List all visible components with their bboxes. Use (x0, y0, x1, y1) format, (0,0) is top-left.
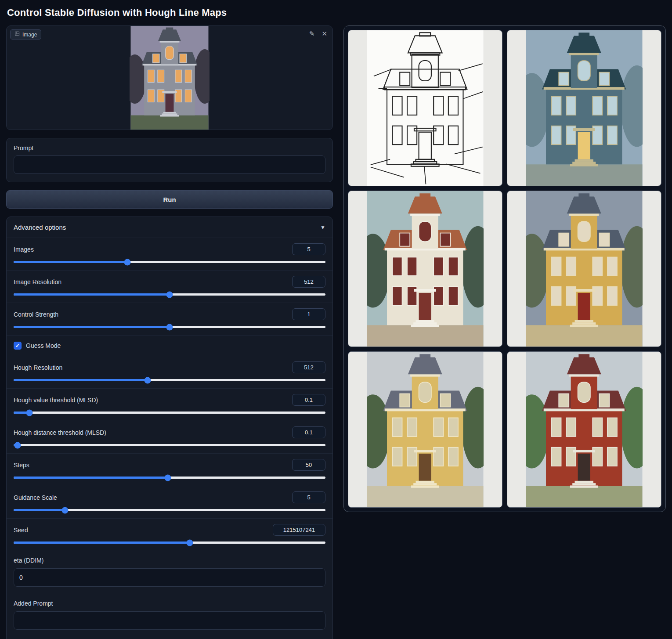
slider-track-hough-value-threshold-mlsd[interactable] (14, 412, 325, 414)
slider-track-image-resolution[interactable] (14, 293, 325, 296)
gallery-item-result-red-house[interactable] (507, 351, 661, 508)
slider-row-seed: Seed (7, 518, 332, 551)
slider-label-steps: Steps (14, 462, 29, 469)
prompt-panel: Prompt (6, 138, 333, 182)
textbox-label-added-prompt: Added Prompt (14, 600, 53, 607)
slider-value-image-resolution[interactable] (292, 276, 325, 288)
slider-value-hough-value-threshold-mlsd[interactable] (292, 394, 325, 406)
slider-handle-guidance-scale[interactable] (62, 507, 69, 513)
slider-label-seed: Seed (14, 527, 28, 534)
slider-handle-hough-distance-threshold-mlsd[interactable] (14, 442, 21, 448)
gallery-item-result-mustard-house[interactable] (507, 191, 661, 347)
slider-row-guidance-scale: Guidance Scale (7, 486, 332, 518)
slider-row-image-resolution: Image Resolution (7, 270, 332, 303)
gallery-item-result-white-house[interactable] (348, 191, 502, 347)
slider-value-hough-resolution[interactable] (292, 361, 325, 373)
slider-handle-control-strength[interactable] (166, 324, 173, 330)
slider-track-seed[interactable] (14, 542, 325, 544)
slider-label-hough-resolution: Hough Resolution (14, 364, 62, 371)
advanced-options-title: Advanced options (14, 224, 66, 231)
page: Control Stable Diffusion with Hough Line… (0, 0, 672, 639)
slider-row-steps: Steps (7, 453, 332, 486)
slider-label-guidance-scale: Guidance Scale (14, 494, 57, 501)
guess-mode-checkbox[interactable]: ✓ (14, 342, 22, 350)
slider-label-image-resolution: Image Resolution (14, 278, 61, 285)
edit-image-button[interactable]: ✎ (308, 29, 316, 38)
slider-track-hough-distance-threshold-mlsd[interactable] (14, 444, 325, 446)
slider-handle-images[interactable] (124, 259, 131, 265)
slider-value-guidance-scale[interactable] (292, 491, 325, 503)
slider-track-images[interactable] (14, 261, 325, 263)
accordion-arrow-icon: ▼ (320, 224, 325, 231)
gallery-item-hough-line-map[interactable] (348, 30, 502, 186)
checkbox-label-guess-mode: Guess Mode (26, 342, 61, 349)
slider-fill-hough-resolution (14, 379, 148, 381)
advanced-rows: Images Image Resolution Control Strength (7, 238, 332, 639)
advanced-options-panel: Advanced options ▼ Images Image Resoluti… (6, 217, 333, 639)
checkbox-row-guess-mode[interactable]: ✓ Guess Mode (7, 335, 332, 356)
slider-fill-guidance-scale (14, 509, 65, 511)
slider-row-hough-distance-threshold-mlsd: Hough distance threshold (MLSD) (7, 421, 332, 453)
slider-row-hough-value-threshold-mlsd: Hough value threshold (MLSD) (7, 388, 332, 421)
clear-image-button[interactable]: ✕ (321, 29, 328, 38)
slider-row-control-strength: Control Strength (7, 303, 332, 335)
slider-value-images[interactable] (292, 243, 325, 255)
prompt-input[interactable] (14, 155, 325, 174)
slider-value-control-strength[interactable] (292, 308, 325, 320)
slider-row-hough-resolution: Hough Resolution (7, 356, 332, 388)
slider-handle-steps[interactable] (165, 474, 171, 481)
image-icon (14, 31, 20, 38)
textbox-row-eta-ddim: eta (DDIM) (7, 551, 332, 594)
slider-row-images: Images (7, 238, 332, 270)
slider-fill-control-strength (14, 326, 170, 328)
slider-track-control-strength[interactable] (14, 326, 325, 328)
slider-fill-seed (14, 542, 190, 544)
right-column (343, 25, 666, 512)
slider-fill-steps (14, 477, 168, 479)
left-column: Image ✎ ✕ P (6, 25, 333, 639)
eta-ddim-input[interactable] (14, 568, 325, 587)
input-image[interactable] (130, 26, 210, 130)
gallery-item-result-blue-house[interactable] (507, 30, 661, 186)
image-actions: ✎ ✕ (308, 29, 328, 38)
image-label-chip: Image (10, 29, 41, 40)
advanced-options-header[interactable]: Advanced options ▼ (7, 217, 332, 238)
slider-handle-hough-resolution[interactable] (145, 377, 151, 383)
slider-value-seed[interactable] (273, 524, 325, 536)
gallery-item-result-gold-house[interactable] (348, 351, 502, 508)
page-title: Control Stable Diffusion with Hough Line… (7, 7, 665, 18)
slider-track-steps[interactable] (14, 477, 325, 479)
slider-label-hough-value-threshold-mlsd: Hough value threshold (MLSD) (14, 397, 98, 404)
added-prompt-input[interactable] (14, 611, 325, 630)
main-layout: Image ✎ ✕ P (6, 25, 666, 639)
textbox-row-negative-prompt: Negative Prompt (7, 637, 332, 639)
input-image-panel[interactable]: Image ✎ ✕ (6, 25, 333, 130)
slider-handle-seed[interactable] (187, 539, 193, 546)
slider-track-hough-resolution[interactable] (14, 379, 325, 381)
slider-handle-hough-value-threshold-mlsd[interactable] (26, 409, 33, 416)
slider-value-hough-distance-threshold-mlsd[interactable] (292, 426, 325, 438)
slider-fill-images (14, 261, 127, 263)
run-button[interactable]: Run (6, 190, 333, 209)
slider-label-hough-distance-threshold-mlsd: Hough distance threshold (MLSD) (14, 429, 106, 436)
slider-handle-image-resolution[interactable] (166, 291, 173, 298)
textbox-label-eta-ddim: eta (DDIM) (14, 557, 43, 564)
slider-track-guidance-scale[interactable] (14, 509, 325, 511)
image-label: Image (22, 32, 37, 38)
slider-value-steps[interactable] (292, 459, 325, 471)
slider-label-control-strength: Control Strength (14, 311, 58, 318)
slider-label-images: Images (14, 246, 34, 253)
slider-fill-image-resolution (14, 293, 170, 296)
result-gallery (343, 25, 666, 512)
textbox-row-added-prompt: Added Prompt (7, 594, 332, 637)
prompt-label: Prompt (14, 144, 325, 152)
